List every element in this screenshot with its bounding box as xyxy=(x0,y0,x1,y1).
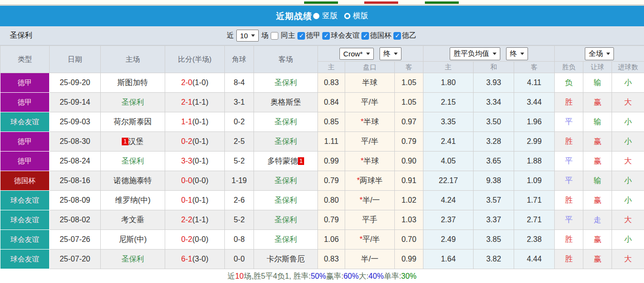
subheader: 客 xyxy=(395,62,423,73)
avg-draw-cell: 3.57 xyxy=(474,191,514,210)
avg-win-cell: 2.15 xyxy=(423,93,474,112)
handicap-cell: *半/一 xyxy=(345,191,395,210)
team-label: 圣保利 xyxy=(121,157,144,165)
team-label: 卡尔斯鲁厄 xyxy=(267,255,305,263)
radio-horizontal-label[interactable]: 横版 xyxy=(353,11,368,21)
result-goals-cell: 小 xyxy=(612,112,644,132)
date-cell: 25-07-26 xyxy=(50,230,101,250)
halftime-score: (1-0) xyxy=(192,78,209,87)
tab-underline-green-2 xyxy=(425,1,459,4)
corner-cell: 1-19 xyxy=(225,171,254,191)
odds-time-select[interactable]: 终 xyxy=(380,47,401,60)
avg-draw-cell: 3.37 xyxy=(474,210,514,230)
team-label: 斯图加特 xyxy=(117,78,148,87)
summary-segment: 10 xyxy=(235,272,244,281)
scope-select[interactable]: 全场 xyxy=(585,47,614,60)
handicap-label: 平手 xyxy=(362,216,378,224)
team-label: 尼斯(中) xyxy=(119,235,147,243)
radio-vertical-label[interactable]: 竖版 xyxy=(322,11,338,21)
handicap-label: 半球 xyxy=(364,118,379,126)
handicap-label: 半球 xyxy=(364,157,379,165)
team-label: 奥格斯堡 xyxy=(271,98,301,106)
table-row: 球会友谊25-07-26尼斯(中)0-2(0-0)0-8圣保利1.06*平/半0… xyxy=(0,230,644,250)
odds-away-cell: 0.91 xyxy=(395,171,423,191)
league-checkbox[interactable]: ✓ xyxy=(297,32,305,40)
corner-cell: 2-5 xyxy=(225,132,254,152)
result-goals-cell: 小 xyxy=(612,191,644,210)
result-wdl-cell: 负 xyxy=(555,73,583,93)
result-handicap-cell: 赢 xyxy=(583,191,612,210)
type-cell: 德甲 xyxy=(0,132,50,152)
league-checkbox[interactable]: ✓ xyxy=(361,32,369,40)
away-team-cell: 圣保利 xyxy=(254,230,318,250)
tab-underline-red xyxy=(364,1,398,4)
result-wdl-cell: 平 xyxy=(555,171,583,191)
result-handicap-cell: 走 xyxy=(583,210,612,230)
table-row: 球会友谊25-08-09维罗纳(中)0-1(0-1)2-6圣保利0.80*半/一… xyxy=(0,191,644,210)
avg-type-select[interactable]: 胜平负均值 xyxy=(450,47,500,60)
handicap-label: 平/半 xyxy=(361,137,378,145)
league-label: 德甲 xyxy=(306,31,320,40)
score-cell: 2-2(1-1) xyxy=(165,210,225,230)
header-type: 类型 xyxy=(0,46,50,73)
near-label: 近 xyxy=(227,31,234,40)
avg-time-select[interactable]: 终 xyxy=(506,47,528,60)
halftime-score: (0-1) xyxy=(192,137,209,145)
matches-count-select[interactable]: 10 xyxy=(236,30,259,42)
league-checkbox[interactable]: ✓ xyxy=(393,32,401,40)
result-handicap-cell: 赢 xyxy=(583,152,612,171)
type-cell: 德甲 xyxy=(0,73,50,93)
away-team-cell: 圣保利 xyxy=(254,112,318,132)
result-goals-cell: 小 xyxy=(612,73,644,93)
team-label: 汉堡 xyxy=(128,137,144,145)
result-wdl-cell: 胜 xyxy=(555,230,583,250)
subheader: 主 xyxy=(318,62,345,73)
table-row: 德甲25-08-24圣保利3-3(0-1)5-2多特蒙德10.99*半球0.90… xyxy=(0,152,644,171)
odds-company-select[interactable]: Crow* xyxy=(339,48,374,60)
halftime-score: (1-1) xyxy=(192,216,209,224)
top-tab-strip xyxy=(0,0,644,6)
team-label: 圣保利 xyxy=(274,176,297,185)
avg-win-cell: 2.37 xyxy=(423,210,474,230)
corner-cell: 5-2 xyxy=(225,152,254,171)
header-away: 客场 xyxy=(254,46,318,73)
home-team-cell: 圣保利 xyxy=(101,152,165,171)
fulltime-score: 2-1 xyxy=(181,98,192,106)
summary-segment: 30% xyxy=(401,272,416,281)
result-goals-cell: 小 xyxy=(612,171,644,191)
chevron-down-icon xyxy=(394,53,398,55)
corner-cell: 0-2 xyxy=(225,112,254,132)
halftime-score: (1-1) xyxy=(192,98,209,106)
radio-vertical-selected-icon[interactable] xyxy=(313,13,319,19)
result-wdl-cell: 胜 xyxy=(555,93,583,112)
table-row: 球会友谊25-07-20圣保利6-1(3-0)0-0卡尔斯鲁厄0.83半/一0.… xyxy=(0,250,644,269)
type-cell: 球会友谊 xyxy=(0,210,50,230)
handicap-label: 半球 xyxy=(362,78,378,87)
halftime-score: (0-1) xyxy=(192,196,209,204)
handicap-cell: 半/一 xyxy=(345,250,395,269)
team-label: 考文垂 xyxy=(121,216,144,224)
avg-win-cell: 3.35 xyxy=(423,112,474,132)
team-name: 圣保利 xyxy=(10,31,32,41)
avg-lose-cell: 4.11 xyxy=(514,73,555,93)
date-cell: 25-09-20 xyxy=(50,73,101,93)
header-scope-group: 全场 xyxy=(555,46,644,62)
table-row: 德甲25-09-14圣保利2-1(1-1)3-1奥格斯堡0.84平/半1.052… xyxy=(0,93,644,112)
team-label: 圣保利 xyxy=(121,255,144,263)
same-home-checkbox[interactable] xyxy=(271,32,278,40)
radio-horizontal-icon[interactable] xyxy=(344,13,350,19)
avg-lose-cell: 2.38 xyxy=(514,230,555,250)
league-label: 德国杯 xyxy=(370,31,391,40)
result-goals-cell: 大 xyxy=(612,93,644,112)
date-cell: 25-07-20 xyxy=(50,250,101,269)
summary-segment: 赢率: xyxy=(326,272,343,282)
result-goals-cell: 小 xyxy=(612,230,644,250)
fulltime-score: 0-0 xyxy=(181,176,192,185)
avg-draw-cell: 3.85 xyxy=(474,230,514,250)
odds-away-cell: 0.70 xyxy=(395,230,423,250)
league-checkbox[interactable]: ✓ xyxy=(322,32,330,40)
corner-cell: 8-4 xyxy=(225,73,254,93)
odds-away-cell: 1.03 xyxy=(395,210,423,230)
filter-bar: 圣保利 近 10 场 同主 ✓德甲✓球会友谊✓德国杯✓德乙 xyxy=(0,26,644,45)
chevron-down-icon xyxy=(606,53,610,55)
